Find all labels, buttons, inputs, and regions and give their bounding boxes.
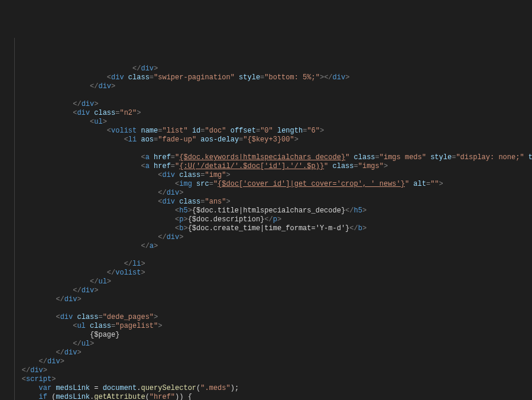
token: ul bbox=[82, 340, 90, 348]
token: ></ bbox=[320, 73, 333, 82]
code-line[interactable]: </div> bbox=[5, 349, 532, 357]
code-line[interactable]: <div class="ans"> bbox=[5, 198, 532, 207]
token: querySelector bbox=[141, 384, 196, 392]
code-line[interactable]: if (medsLink.getAttribute("href")) { bbox=[5, 393, 532, 400]
code-line[interactable]: <div class="swiper-pagination" style="bo… bbox=[5, 73, 532, 82]
code-editor-viewport[interactable]: </div> <div class="swiper-pagination" st… bbox=[5, 38, 532, 400]
code-line[interactable]: <h5>{$doc.title|htmlspecialchars_decode}… bbox=[5, 207, 532, 215]
token: class bbox=[179, 171, 200, 179]
token: = bbox=[200, 127, 205, 135]
token: {$doc.create_time|time_format='Y-m-d'} bbox=[188, 224, 350, 233]
token: id bbox=[192, 127, 200, 135]
code-line[interactable]: </div> bbox=[5, 286, 532, 295]
code-line[interactable]: <ul> bbox=[5, 118, 532, 127]
token bbox=[349, 153, 353, 162]
token: "imgs meds" bbox=[379, 153, 426, 162]
token: > bbox=[362, 224, 366, 233]
token: > bbox=[384, 162, 388, 170]
token: "pagelist" bbox=[115, 322, 158, 330]
token: > bbox=[277, 215, 281, 224]
token: href bbox=[154, 153, 171, 162]
token: {:U('/detail/'.$doc['id'].'/'.$p)} bbox=[179, 162, 324, 170]
token: </ bbox=[56, 295, 64, 304]
token: </ bbox=[39, 357, 47, 366]
token: b bbox=[358, 224, 362, 233]
code-line[interactable]: </div> bbox=[5, 357, 532, 366]
token: "swiper-pagination" bbox=[154, 73, 235, 82]
token: {$doc.keywords|htmlspecialchars_decode} bbox=[179, 153, 345, 162]
token: </ bbox=[73, 100, 81, 108]
token: = bbox=[209, 180, 213, 188]
token: "bottom: 5%;" bbox=[264, 73, 320, 82]
token: "display: none;" bbox=[456, 153, 524, 162]
token: p bbox=[273, 215, 277, 224]
token: if bbox=[39, 393, 47, 400]
token: > bbox=[183, 224, 187, 233]
code-line[interactable]: </div> bbox=[5, 233, 532, 242]
token bbox=[86, 322, 90, 330]
token: </ bbox=[73, 286, 81, 295]
code-line[interactable]: <div class="n2"> bbox=[5, 109, 532, 118]
token: </ bbox=[107, 269, 115, 277]
code-line[interactable]: </a> bbox=[5, 242, 532, 251]
code-line[interactable]: <div class="img"> bbox=[5, 171, 532, 180]
code-line[interactable]: </div> bbox=[5, 295, 532, 304]
code-line[interactable]: <li aos="fade-up" aos-delay="{$key+3}00"… bbox=[5, 136, 532, 144]
code-line[interactable] bbox=[5, 304, 532, 313]
token: alt bbox=[413, 180, 426, 188]
code-line[interactable]: <a href="{:U('/detail/'.$doc['id'].'/'.$… bbox=[5, 162, 532, 171]
token: medsLink bbox=[56, 393, 90, 400]
code-line[interactable]: </div> bbox=[5, 366, 532, 375]
token: > bbox=[107, 278, 111, 286]
code-line[interactable]: <p>{$doc.description}</p> bbox=[5, 215, 532, 224]
code-line[interactable]: </div> bbox=[5, 82, 532, 91]
token: > bbox=[179, 233, 183, 241]
token: style bbox=[239, 73, 260, 82]
code-line[interactable]: </div> bbox=[5, 64, 532, 73]
token: ".meds" bbox=[200, 384, 230, 392]
token: > bbox=[51, 375, 56, 383]
code-line[interactable]: </li> bbox=[5, 260, 532, 269]
code-line[interactable]: </volist> bbox=[5, 269, 532, 278]
token: div bbox=[82, 286, 95, 295]
code-line[interactable]: </div> bbox=[5, 100, 532, 109]
code-content[interactable]: </div> <div class="swiper-pagination" st… bbox=[5, 64, 532, 400]
code-line[interactable]: <img src="{$doc['cover_id']|get_cover='c… bbox=[5, 180, 532, 189]
token: div bbox=[47, 357, 60, 366]
code-line[interactable] bbox=[5, 251, 532, 260]
code-line[interactable]: <div class="dede_pages"> bbox=[5, 313, 532, 322]
token: aos-delay bbox=[200, 136, 239, 144]
code-line[interactable]: <a href="{$doc.keywords|htmlspecialchars… bbox=[5, 153, 532, 162]
token: > bbox=[154, 242, 158, 250]
code-line[interactable]: </ul> bbox=[5, 278, 532, 286]
token bbox=[273, 127, 277, 135]
token: " bbox=[213, 180, 218, 188]
token: </ bbox=[158, 233, 166, 241]
token: "imgs" bbox=[358, 162, 384, 170]
code-line[interactable]: <volist name="list" id="doc" offset="0" … bbox=[5, 127, 532, 136]
token: = bbox=[354, 162, 358, 170]
code-line[interactable]: <b>{$doc.create_time|time_format='Y-m-d'… bbox=[5, 224, 532, 233]
token: </ bbox=[90, 82, 98, 91]
token: < bbox=[107, 73, 111, 82]
token: </ bbox=[349, 224, 358, 233]
code-line[interactable]: var medsLink = document.querySelector(".… bbox=[5, 384, 532, 393]
token: name bbox=[141, 127, 158, 135]
token: > bbox=[77, 349, 81, 357]
token bbox=[524, 153, 528, 162]
code-line[interactable]: </div> bbox=[5, 189, 532, 198]
token: volist bbox=[115, 269, 141, 277]
code-line[interactable]: <script> bbox=[5, 375, 532, 384]
token: offset bbox=[231, 127, 256, 135]
token: script bbox=[26, 375, 51, 383]
code-line[interactable]: </ul> bbox=[5, 340, 532, 349]
code-line[interactable]: {$page} bbox=[5, 331, 532, 340]
token bbox=[235, 73, 239, 82]
token: class bbox=[128, 73, 150, 82]
code-line[interactable] bbox=[5, 91, 532, 100]
token: > bbox=[294, 136, 299, 144]
token: > bbox=[137, 109, 141, 117]
token: div bbox=[82, 100, 95, 108]
code-line[interactable] bbox=[5, 144, 532, 153]
code-line[interactable]: <ul class="pagelist"> bbox=[5, 322, 532, 331]
